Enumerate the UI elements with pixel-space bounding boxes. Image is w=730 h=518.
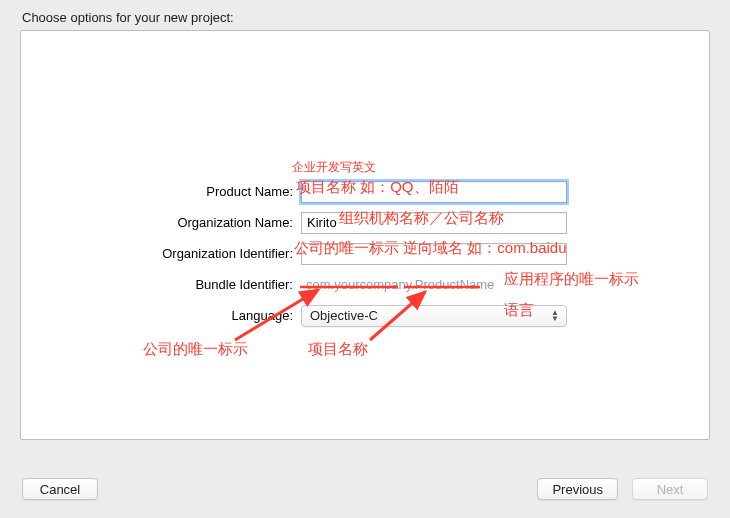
language-select-value: Objective-C — [310, 308, 378, 323]
previous-button[interactable]: Previous — [537, 478, 618, 500]
button-bar: Cancel Previous Next — [0, 460, 730, 518]
language-label: Language: — [21, 308, 301, 323]
bundle-identifier-value: com.yourcompany.ProductName — [301, 274, 567, 296]
product-name-input[interactable] — [301, 181, 567, 203]
dialog-heading: Choose options for your new project: — [22, 10, 234, 25]
organization-identifier-label: Organization Identifier: — [21, 246, 301, 261]
cancel-button[interactable]: Cancel — [22, 478, 98, 500]
options-panel: Product Name: Organization Name: Organiz… — [20, 30, 710, 440]
organization-name-label: Organization Name: — [21, 215, 301, 230]
product-name-label: Product Name: — [21, 184, 301, 199]
bundle-identifier-label: Bundle Identifier: — [21, 277, 301, 292]
next-button: Next — [632, 478, 708, 500]
project-options-form: Product Name: Organization Name: Organiz… — [21, 176, 709, 331]
updown-icon: ▲▼ — [548, 308, 562, 324]
language-select[interactable]: Objective-C ▲▼ — [301, 305, 567, 327]
organization-identifier-input[interactable] — [301, 243, 567, 265]
organization-name-input[interactable] — [301, 212, 567, 234]
